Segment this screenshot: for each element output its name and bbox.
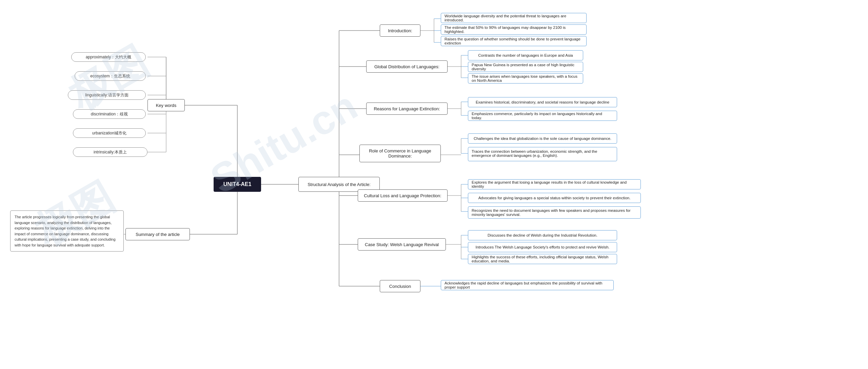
leaf-reasons-2: Emphasizes commerce, particularly its im…	[468, 111, 617, 121]
keyword-ecosystem: ecosystem：生态系统	[75, 71, 146, 81]
section-introduction: Introduction:	[380, 24, 420, 37]
center-label: UNIT4-AE1	[223, 181, 252, 187]
leaf-welsh-2: Introduces The Welsh Language Society's …	[468, 242, 617, 252]
mindmap-container: 极图 Shitu.cn 极图	[0, 0, 868, 369]
leaf-global-1: Contrasts the number of languages in Eur…	[468, 50, 583, 60]
leaf-commerce-2: Traces the connection between urbanizati…	[468, 147, 617, 161]
keyword-urbanization: urbanization城市化	[73, 128, 146, 138]
leaf-welsh-3: Highlights the success of these efforts,…	[468, 254, 617, 264]
keywords-branch: Key words	[147, 99, 185, 111]
keyword-intrinsically: intrinsically:本质上	[73, 147, 147, 157]
summary-label: Summary of the article	[136, 232, 180, 237]
leaf-global-3: The issue arises when languages lose spe…	[468, 73, 583, 84]
keyword-discrimination: discrimination：歧视	[73, 109, 146, 119]
summary-text: The article progresses logically from pr…	[15, 215, 116, 247]
leaf-commerce-1: Challenges the idea that globalization i…	[468, 133, 617, 144]
leaf-cultural-2: Advocates for giving languages a special…	[468, 193, 641, 203]
keyword-approximately: approximately：大约大概	[71, 52, 146, 62]
section-conclusion: Conclusion	[380, 280, 420, 292]
leaf-cultural-1: Explores the argument that losing a lang…	[468, 179, 641, 189]
section-commerce: Role of Commerce in Language Dominance:	[359, 145, 441, 162]
leaf-global-2: Papua New Guinea is presented as a case …	[468, 62, 583, 72]
structural-label: Structural Analysis of the Article:	[308, 182, 371, 187]
section-cultural: Cultural Loss and Language Protection:	[358, 189, 448, 202]
section-global: Global Distribution of Languages:	[366, 60, 448, 73]
center-node: UNIT4-AE1	[214, 177, 261, 192]
leaf-cultural-3: Recognizes the need to document language…	[468, 206, 641, 219]
leaf-welsh-1: Discusses the decline of Welsh during th…	[468, 230, 617, 240]
summary-text-box: The article progresses logically from pr…	[10, 210, 124, 252]
keywords-label: Key words	[156, 103, 177, 108]
section-reasons: Reasons for Language Extinction:	[366, 103, 448, 115]
leaf-intro-2: The estimate that 50% to 90% of language…	[441, 24, 587, 35]
leaf-conclusion-1: Acknowledges the rapid decline of langua…	[441, 280, 614, 290]
leaf-intro-3: Raises the question of whether something…	[441, 36, 587, 46]
section-casestudy: Case Study: Welsh Language Revival	[358, 238, 446, 251]
leaf-intro-1: Worldwide language diversity and the pot…	[441, 13, 587, 23]
keyword-linguistically: linguistically:语言学方面	[68, 90, 146, 100]
summary-branch: Summary of the article	[125, 228, 190, 240]
leaf-reasons-1: Examines historical, discriminatory, and…	[468, 97, 617, 107]
